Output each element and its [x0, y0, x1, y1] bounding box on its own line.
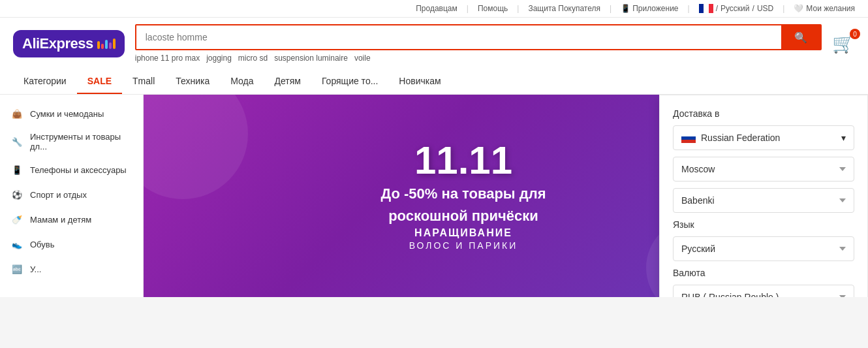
russia-flag: [681, 133, 696, 143]
bag-icon: 👜: [10, 107, 23, 120]
settings-dropdown: Доставка в Russian Federation ▾ Moscow B…: [659, 95, 868, 297]
logo-bars: [97, 39, 116, 49]
tools-icon: 🔧: [10, 135, 23, 148]
country-value: Russian Federation: [701, 133, 780, 143]
flag-icon: [699, 4, 713, 13]
banner-11-logo: 11.11: [380, 141, 546, 180]
baby-icon: 🍼: [10, 213, 23, 226]
svg-rect-1: [704, 4, 709, 13]
more-icon: 🔤: [10, 262, 23, 276]
sep5: |: [783, 4, 784, 13]
banner-text-4: ВОЛОС И ПАРИКИ: [380, 240, 546, 251]
phone-icon: 📱: [10, 163, 23, 176]
district-select[interactable]: Babenki: [673, 188, 854, 213]
search-button[interactable]: 🔍: [781, 25, 820, 49]
city-select[interactable]: Moscow: [673, 157, 854, 182]
sep1: |: [467, 4, 469, 13]
nav-categories[interactable]: Категории: [13, 69, 77, 94]
cart-badge: 0: [850, 29, 860, 39]
shoes-icon: 👟: [10, 238, 23, 251]
top-header: Продавцам | Помощь | Защита Покупателя |…: [0, 0, 868, 18]
banner-content: 11.11 До -50% на товары для роскошной пр…: [380, 141, 546, 251]
sidebar-item-baby[interactable]: 🍼 Мамам и детям: [0, 207, 143, 232]
nav-fashion[interactable]: Мода: [220, 69, 264, 94]
wishlist-link[interactable]: 🤍 Мои желания: [794, 4, 855, 13]
search-wrapper: 🔍 iphone 11 pro max jogging micro sd sus…: [135, 24, 822, 63]
heart-icon: 🤍: [794, 4, 803, 13]
help-link[interactable]: Помощь: [478, 4, 508, 13]
logo-text: AliExpress: [22, 35, 93, 52]
nav-hot[interactable]: Горящие то...: [311, 69, 388, 94]
suggestion-0[interactable]: iphone 11 pro max: [135, 54, 200, 63]
sidebar-item-phones[interactable]: 📱 Телефоны и аксессуары: [0, 157, 143, 182]
language-title: Язык: [673, 219, 854, 230]
search-suggestions: iphone 11 pro max jogging micro sd suspe…: [135, 54, 822, 63]
deco-circle-1: [144, 95, 248, 199]
chevron-down-icon: ▾: [841, 133, 846, 143]
suggestion-3[interactable]: suspension luminaire: [274, 54, 348, 63]
suggestion-1[interactable]: jogging: [206, 54, 232, 63]
country-select[interactable]: Russian Federation ▾: [673, 125, 854, 150]
sport-icon: ⚽: [10, 188, 23, 201]
logo[interactable]: AliExpress: [13, 30, 125, 57]
cart-icon[interactable]: 🛒 0: [832, 33, 855, 54]
sidebar-item-tools[interactable]: 🔧 Инструменты и товары дл...: [0, 126, 143, 157]
country-display-inner: Russian Federation: [681, 133, 780, 143]
delivery-title: Доставка в: [673, 108, 854, 119]
search-input[interactable]: [136, 25, 781, 49]
sidebar-item-more[interactable]: 🔤 У...: [0, 257, 143, 281]
sidebar-item-shoes[interactable]: 👟 Обувь: [0, 232, 143, 257]
banner-text-2: роскошной причёски: [380, 208, 546, 225]
sidebar-item-bags[interactable]: 👜 Сумки и чемоданы: [0, 101, 143, 126]
suggestion-4[interactable]: voile: [354, 54, 371, 63]
search-box: 🔍: [135, 24, 822, 50]
language-selector[interactable]: / Русский / USD: [699, 4, 774, 13]
content-area: 👜 Сумки и чемоданы 🔧 Инструменты и товар…: [0, 95, 868, 297]
main-header: AliExpress 🔍 iphone 11 pro max jogging m…: [0, 18, 868, 69]
nav-tech[interactable]: Техника: [165, 69, 220, 94]
svg-rect-0: [699, 4, 704, 13]
sidebar-item-sport[interactable]: ⚽ Спорт и отдых: [0, 182, 143, 207]
nav-bar: Категории SALE Tmall Техника Мода Детям …: [0, 69, 868, 95]
sep3: |: [610, 4, 612, 13]
currency-select[interactable]: RUB ( Russian Rouble ): [673, 285, 854, 297]
country-select-wrapper: Russian Federation ▾: [673, 125, 854, 150]
language-select[interactable]: Русский: [673, 236, 854, 261]
banner-text-1: До -50% на товары для: [380, 185, 546, 202]
banner-text-3: НАРАЩИВАНИЕ: [380, 227, 546, 239]
sep2: |: [517, 4, 519, 13]
nav-kids[interactable]: Детям: [264, 69, 311, 94]
suggestion-2[interactable]: micro sd: [238, 54, 268, 63]
nav-sale[interactable]: SALE: [77, 69, 122, 94]
currency-title: Валюта: [673, 268, 854, 278]
nav-newbie[interactable]: Новичкам: [388, 69, 451, 94]
sellers-link[interactable]: Продавцам: [416, 4, 457, 13]
app-link[interactable]: 📱 Приложение: [621, 4, 678, 13]
sep4: |: [688, 4, 690, 13]
buyer-protection-link[interactable]: Защита Покупателя: [528, 4, 600, 13]
nav-tmall[interactable]: Tmall: [122, 69, 165, 94]
sidebar: 👜 Сумки и чемоданы 🔧 Инструменты и товар…: [0, 95, 144, 297]
phone-icon: 📱: [621, 4, 630, 13]
svg-rect-2: [709, 4, 713, 13]
